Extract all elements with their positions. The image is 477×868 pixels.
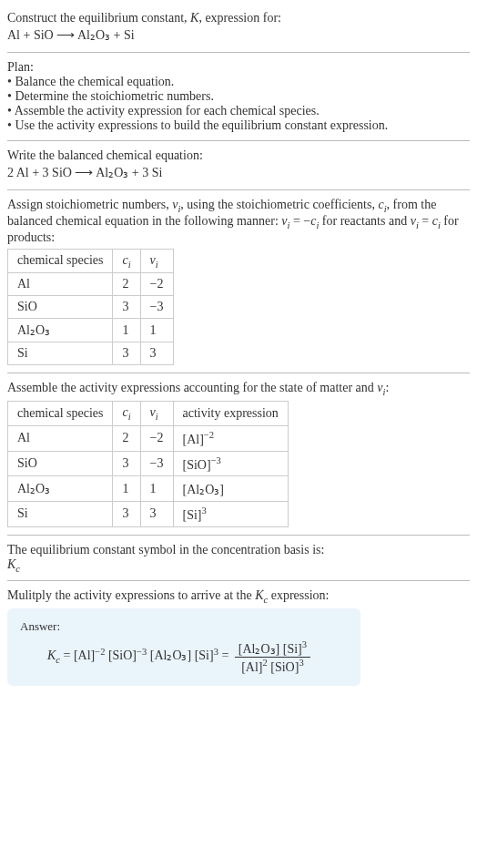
assemble-t1: Assemble the activity expressions accoun… xyxy=(7,381,377,394)
divider xyxy=(7,535,470,536)
th-nui-sub: i xyxy=(156,412,158,422)
balanced-section: Write the balanced chemical equation: 2 … xyxy=(7,143,470,188)
th-ci: ci xyxy=(113,249,140,273)
cell-species: Al₂O₃ xyxy=(8,319,113,342)
plan-section: Plan: • Balance the chemical equation. •… xyxy=(7,55,470,138)
cell-species: SiO xyxy=(8,296,113,319)
ans-eq: = xyxy=(60,649,74,663)
table-row: Al₂O₃11 xyxy=(8,319,174,342)
th-ci-sub: i xyxy=(128,259,131,269)
intro-equation: Al + SiO ⟶ Al₂O₃ + Si xyxy=(7,27,470,43)
cell-species: Si xyxy=(8,342,113,365)
act-base: [Al₂O₃] xyxy=(183,483,224,496)
act-base: [SiO] xyxy=(183,457,211,471)
act-base: [Si] xyxy=(183,508,202,522)
table-row: Si33 xyxy=(8,342,174,365)
assign-section: Assign stoichiometric numbers, νi, using… xyxy=(7,192,470,371)
assign-t4: for reactants and xyxy=(319,214,410,228)
stoich-table: chemical species ci νi Al2−2 SiO3−3 Al₂O… xyxy=(7,249,174,366)
ans-den1: [Al] xyxy=(241,660,262,674)
act-exp: 3 xyxy=(202,505,207,516)
ans-num: [Al₂O₃] [Si]3 xyxy=(235,639,310,658)
plan-bullet-1: • Balance the chemical equation. xyxy=(7,75,470,89)
answer-equation: Kc = [Al]−2 [SiO]−3 [Al₂O₃] [Si]3 = [Al₂… xyxy=(20,639,348,674)
divider xyxy=(7,52,470,53)
ans-num-exp: 3 xyxy=(302,639,307,649)
th-species: chemical species xyxy=(8,402,113,426)
th-nui: νi xyxy=(140,249,173,273)
cell-nui: 1 xyxy=(140,319,173,342)
divider xyxy=(7,189,470,190)
intro-K: K xyxy=(190,11,198,25)
cell-ci: 3 xyxy=(113,501,140,526)
table-row: Al2−2[Al]−2 xyxy=(8,425,289,451)
intro-text: Construct the equilibrium constant, K, e… xyxy=(7,11,470,26)
cell-nui: 3 xyxy=(140,501,173,526)
intro-part1: Construct the equilibrium constant, xyxy=(7,11,190,25)
divider xyxy=(7,373,470,373)
ans-t3: [Al₂O₃] [Si] xyxy=(147,649,213,663)
divider xyxy=(7,140,470,141)
cell-ci: 3 xyxy=(113,296,140,319)
assemble-section: Assemble the activity expressions accoun… xyxy=(7,375,470,532)
ans-K: K xyxy=(47,649,56,663)
ans-den2: [SiO] xyxy=(268,660,299,674)
cell-activity: [SiO]−3 xyxy=(173,451,288,476)
assign-t1: Assign stoichiometric numbers, xyxy=(7,198,172,211)
cell-ci: 2 xyxy=(113,273,140,296)
th-nui-sub: i xyxy=(156,259,158,269)
ans-t1: [Al] xyxy=(74,649,95,663)
ans-e1: −2 xyxy=(95,647,105,657)
table-row: SiO3−3 xyxy=(8,296,174,319)
assign-rel2b: = xyxy=(419,214,432,228)
assemble-t2: : xyxy=(385,381,389,394)
kc-c: c xyxy=(15,563,20,573)
cell-nui: −3 xyxy=(140,296,173,319)
cell-nui: −3 xyxy=(140,451,173,476)
ans-eq2: = xyxy=(218,649,232,663)
symbol-kc: Kc xyxy=(7,557,470,574)
table-row: Al₂O₃11[Al₂O₃] xyxy=(8,476,289,502)
balanced-equation: 2 Al + 3 SiO ⟶ Al₂O₃ + 3 Si xyxy=(7,165,470,180)
assign-text: Assign stoichiometric numbers, νi, using… xyxy=(7,198,470,245)
kc-K: K xyxy=(7,557,15,571)
assemble-text: Assemble the activity expressions accoun… xyxy=(7,381,470,397)
cell-nui: 1 xyxy=(140,476,173,502)
table-row: SiO3−3[SiO]−3 xyxy=(8,451,289,476)
table-row: Al2−2 xyxy=(8,273,174,296)
act-exp: −3 xyxy=(211,455,221,465)
multiply-t2: expression: xyxy=(268,588,329,602)
cell-nui: −2 xyxy=(140,273,173,296)
cell-ci: 1 xyxy=(113,476,140,502)
cell-nui: −2 xyxy=(140,425,173,451)
th-activity: activity expression xyxy=(173,402,288,426)
act-base: [Al] xyxy=(183,433,204,446)
intro-part2: , expression for: xyxy=(198,11,281,25)
symbol-text: The equilibrium constant symbol in the c… xyxy=(7,543,470,557)
cell-species: SiO xyxy=(8,451,113,476)
ans-e2: −3 xyxy=(137,647,147,657)
act-exp: −2 xyxy=(204,430,214,440)
cell-ci: 2 xyxy=(113,425,140,451)
intro-section: Construct the equilibrium constant, K, e… xyxy=(7,4,470,50)
ans-t2: [SiO] xyxy=(105,649,137,663)
ans-den2-exp: 3 xyxy=(299,658,303,668)
multiply-section: Mulitply the activity expressions to arr… xyxy=(7,583,470,690)
cell-species: Al xyxy=(8,425,113,451)
cell-ci: 3 xyxy=(113,451,140,476)
th-ci: ci xyxy=(113,402,140,426)
cell-nui: 3 xyxy=(140,342,173,365)
multiply-text: Mulitply the activity expressions to arr… xyxy=(7,588,470,605)
cell-ci: 3 xyxy=(113,342,140,365)
plan-bullet-2: • Determine the stoichiometric numbers. xyxy=(7,89,470,104)
plan-title: Plan: xyxy=(7,60,470,75)
cell-activity: [Al₂O₃] xyxy=(173,476,288,502)
table-row: Si33[Si]3 xyxy=(8,501,289,526)
table-header-row: chemical species ci νi activity expressi… xyxy=(8,402,289,426)
ans-fraction: [Al₂O₃] [Si]3[Al]2 [SiO]3 xyxy=(235,639,310,674)
cell-species: Al₂O₃ xyxy=(8,476,113,502)
assign-rel1b: = − xyxy=(289,214,310,228)
balanced-title: Write the balanced chemical equation: xyxy=(7,148,470,163)
answer-label: Answer: xyxy=(20,619,348,634)
cell-activity: [Si]3 xyxy=(173,501,288,526)
